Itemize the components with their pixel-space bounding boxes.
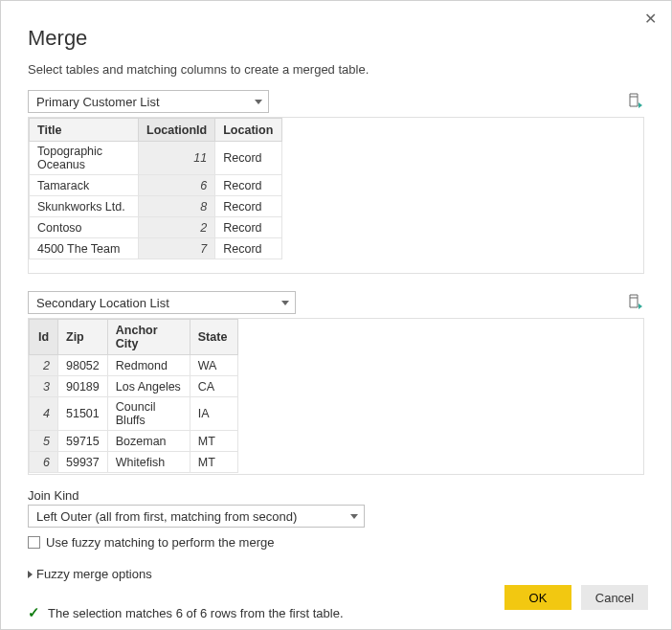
first-table-dropdown[interactable]: Primary Customer List <box>28 90 269 113</box>
cancel-button[interactable]: Cancel <box>581 585 648 610</box>
cell-location: Record <box>215 175 282 196</box>
table-row[interactable]: 390189Los AngelesCA <box>30 376 238 397</box>
first-table-dropdown-value: Primary Customer List <box>36 95 160 109</box>
cell-location: Record <box>215 217 282 238</box>
cell-title: 4500 The Team <box>30 238 139 259</box>
cell-locationid: 8 <box>139 196 215 217</box>
close-icon[interactable]: ✕ <box>640 11 660 30</box>
status-text: The selection matches 6 of 6 rows from t… <box>48 606 344 620</box>
cell-locationid: 6 <box>139 175 215 196</box>
cell-state: MT <box>190 452 237 473</box>
cell-zip: 59937 <box>58 452 108 473</box>
cell-zip: 51501 <box>58 397 108 431</box>
cell-city: Los Angeles <box>107 376 190 397</box>
cell-title: Skunkworks Ltd. <box>30 196 139 217</box>
cell-id: 4 <box>30 397 58 431</box>
table-row[interactable]: 659937WhitefishMT <box>30 452 238 473</box>
chevron-down-icon <box>255 100 262 104</box>
join-kind-label: Join Kind <box>28 488 644 503</box>
fuzzy-matching-checkbox[interactable]: Use fuzzy matching to perform the merge <box>28 535 644 550</box>
col-location[interactable]: Location <box>215 119 282 142</box>
col-id[interactable]: Id <box>30 320 58 355</box>
table-row[interactable]: 559715BozemanMT <box>30 431 238 452</box>
join-kind-dropdown[interactable]: Left Outer (all from first, matching fro… <box>28 505 365 528</box>
cell-locationid: 7 <box>139 238 215 259</box>
cell-zip: 59715 <box>58 431 108 452</box>
join-kind-value: Left Outer (all from first, matching fro… <box>36 509 297 524</box>
cell-state: WA <box>190 355 237 376</box>
dialog-title: Merge <box>28 26 644 51</box>
cell-location: Record <box>215 142 282 175</box>
fuzzy-options-label: Fuzzy merge options <box>36 567 152 581</box>
cell-title: Contoso <box>30 217 139 238</box>
cell-state: CA <box>190 376 237 397</box>
cell-id: 6 <box>30 452 58 473</box>
cell-state: MT <box>190 431 237 452</box>
second-table-dropdown[interactable]: Secondary Location List <box>28 291 296 314</box>
cell-zip: 98052 <box>58 355 108 376</box>
table-row[interactable]: Skunkworks Ltd.8Record <box>30 196 282 217</box>
cell-id: 2 <box>30 355 58 376</box>
cell-city: Whitefish <box>107 452 190 473</box>
second-table-preview: Id Zip Anchor City State 298052RedmondWA… <box>28 318 644 475</box>
first-table-preview: Title LocationId Location Topographic Oc… <box>28 117 644 274</box>
cell-city: Bozeman <box>107 431 190 452</box>
second-table-dropdown-value: Secondary Location List <box>36 296 169 310</box>
table-row[interactable]: 4500 The Team7Record <box>30 238 282 259</box>
chevron-down-icon <box>281 301 289 305</box>
col-locationid[interactable]: LocationId <box>139 119 215 142</box>
expand-table-icon[interactable] <box>627 294 644 311</box>
cell-locationid: 11 <box>139 142 215 175</box>
cell-title: Topographic Oceanus <box>30 142 139 175</box>
table-row[interactable]: Contoso2Record <box>30 217 282 238</box>
triangle-right-icon <box>28 571 33 578</box>
cell-city: Council Bluffs <box>107 397 190 431</box>
table-row[interactable]: Tamarack6Record <box>30 175 282 196</box>
cell-state: IA <box>190 397 237 431</box>
table-row[interactable]: 451501Council BluffsIA <box>30 397 238 431</box>
chevron-down-icon <box>350 514 358 519</box>
cell-title: Tamarack <box>30 175 139 196</box>
cell-id: 5 <box>30 431 58 452</box>
cell-locationid: 2 <box>139 217 215 238</box>
dialog-subtitle: Select tables and matching columns to cr… <box>28 62 644 77</box>
fuzzy-options-disclosure[interactable]: Fuzzy merge options <box>28 567 644 581</box>
col-title[interactable]: Title <box>30 119 139 142</box>
checkbox-box-icon <box>28 536 40 549</box>
expand-table-icon[interactable] <box>627 93 644 110</box>
col-state[interactable]: State <box>190 320 237 355</box>
cell-city: Redmond <box>107 355 190 376</box>
table-row[interactable]: 298052RedmondWA <box>30 355 238 376</box>
cell-location: Record <box>215 238 282 259</box>
cell-id: 3 <box>30 376 58 397</box>
fuzzy-matching-label: Use fuzzy matching to perform the merge <box>46 535 274 550</box>
cell-zip: 90189 <box>58 376 108 397</box>
checkmark-icon: ✓ <box>28 604 40 621</box>
table-row[interactable]: Topographic Oceanus11Record <box>30 142 282 175</box>
col-zip[interactable]: Zip <box>58 320 108 355</box>
col-city[interactable]: Anchor City <box>107 320 190 355</box>
ok-button[interactable]: OK <box>504 585 571 610</box>
cell-location: Record <box>215 196 282 217</box>
